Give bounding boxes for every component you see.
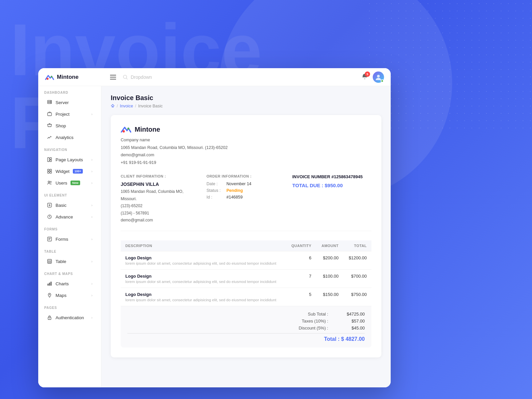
order-id-row: Id : #146859 [206,195,286,200]
client-name: JOSEPHIN VILLA [121,182,200,187]
client-details: 1065 Mandan Road, Columbia MO, Missouri.… [121,188,200,224]
online-indicator [381,79,384,82]
svg-point-31 [127,128,129,130]
svg-point-1 [51,76,53,77]
server-icon [47,100,52,105]
order-id-label: Id : [206,195,226,200]
chevron-right-icon: › [91,237,92,241]
section-chart-maps: Chart & Maps [38,267,101,278]
sidebar-item-shop[interactable]: Shop [41,120,98,131]
charts-icon [47,281,52,286]
client-info-col: CLIENT INFORMATION : JOSEPHIN VILLA 1065… [121,174,200,224]
company-address: 1065 Mandan Road, Columbia MO, Missouri.… [121,144,371,152]
svg-rect-23 [49,283,50,286]
sidebar-item-widget[interactable]: Widget 100+ › [41,166,98,177]
chevron-right-icon: › [91,181,92,185]
layout-icon [47,157,52,162]
company-logo-icon [121,125,131,134]
widget-icon [47,169,52,174]
items-table: DESCRIPTION QUANTITY AMOUNT TOTAL Logo D… [121,240,371,306]
svg-rect-29 [113,106,114,107]
breadcrumb-invoice-link[interactable]: Invoice [120,104,133,108]
table-row: Logo Design lorem ipsum dolor sit amet, … [121,269,371,288]
sidebar-item-project[interactable]: Project › [41,108,98,120]
svg-point-7 [51,103,51,103]
search-area: Dropdown [123,74,361,80]
chevron-right-icon: › [91,260,92,263]
chevron-right-icon: › [91,203,92,207]
item-qty: 5 [286,288,316,306]
sidebar-item-maps[interactable]: Maps › [41,290,98,301]
sidebar-users-label: Users [56,181,67,186]
sidebar-item-forms[interactable]: Forms › [41,233,98,245]
hamburger-button[interactable] [108,73,118,81]
item-qty: 6 [286,251,316,269]
item-total: $1200.00 [343,251,371,269]
home-icon [111,104,115,108]
chevron-right-icon: › [91,282,92,286]
company-logo-row: Mintone [121,125,371,134]
sidebar-item-authentication[interactable]: Authentication › [41,312,98,323]
sidebar-item-analytics[interactable]: Analytics [41,132,98,143]
sidebar-item-table[interactable]: Table › [41,256,98,267]
total-due-val: $950.00 [325,183,343,188]
svg-rect-24 [51,282,52,286]
dots-decoration [366,0,532,133]
sidebar-forms-label: Forms [56,237,68,242]
avatar-wrapper [373,71,384,83]
sidebar-item-advance[interactable]: Advance › [41,211,98,222]
maps-icon [47,293,52,298]
svg-point-16 [48,181,50,183]
client-col-label: CLIENT INFORMATION : [121,174,200,178]
item-total: $750.00 [343,288,371,306]
item-total: $700.00 [343,269,371,288]
sidebar-item-users[interactable]: Users New › [41,177,98,189]
search-placeholder[interactable]: Dropdown [131,74,152,80]
table-row: Logo Design lorem ipsum dolor sit amet, … [121,251,371,269]
main-layout: Dashboard Server Project › Shop [38,86,391,387]
svg-point-3 [377,75,380,77]
discount-label: Discount (5%) : [288,326,328,331]
svg-point-17 [50,181,52,183]
svg-rect-9 [48,158,49,162]
sidebar-item-server[interactable]: Server [41,97,98,108]
breadcrumb-sep1: / [117,104,118,108]
widget-badge: 100+ [73,169,83,174]
logo-icon [45,73,54,81]
breadcrumb: / Invoice / Invoice Basic [111,104,381,108]
taxes-row: Taxes (10%) : $57.00 [127,319,365,324]
svg-rect-21 [48,259,52,263]
col-total: TOTAL [343,240,371,251]
item-amount: $200.00 [316,251,343,269]
sidebar-item-basic[interactable]: Basic › [41,200,98,211]
svg-rect-20 [48,237,52,241]
page-title: Invoice Basic [111,94,381,102]
sidebar-basic-label: Basic [56,203,66,208]
order-status-row: Status : Pending [206,188,286,193]
notification-button[interactable]: 5 [361,73,368,81]
client-address: 1065 Mandan Road, Columbia MO, Missouri. [121,188,200,202]
discount-val: $45.00 [341,326,365,331]
chevron-right-icon: › [91,112,92,116]
item-description: lorem ipsum dolor sit amet, consectetur … [125,280,281,284]
client-phone: (1234) - 567891 [121,210,200,217]
section-table: Table [38,245,101,255]
users-badge: New [70,181,80,185]
sidebar-widget-label: Widget [56,169,69,174]
item-name: Logo Design [125,292,281,297]
section-ui-element: UI Element [38,189,101,199]
company-info: Company name 1065 Mandan Road, Columbia … [121,136,371,166]
total-due-label: TOTAL DUE : [292,183,323,188]
basic-icon [47,202,52,208]
col-amount: AMOUNT [316,240,343,251]
svg-point-25 [49,294,50,295]
final-total-row: Total : $ 4827.00 [127,333,365,342]
section-navigation: Navigation [38,143,101,154]
sidebar-maps-label: Maps [56,293,66,298]
svg-rect-11 [50,160,52,162]
shop-icon [47,123,52,128]
svg-rect-28 [112,106,113,107]
sidebar-item-page-layouts[interactable]: Page Layouts › [41,154,98,165]
client-email: demo@gmail.com [121,217,200,224]
sidebar-item-charts[interactable]: Charts › [41,278,98,289]
